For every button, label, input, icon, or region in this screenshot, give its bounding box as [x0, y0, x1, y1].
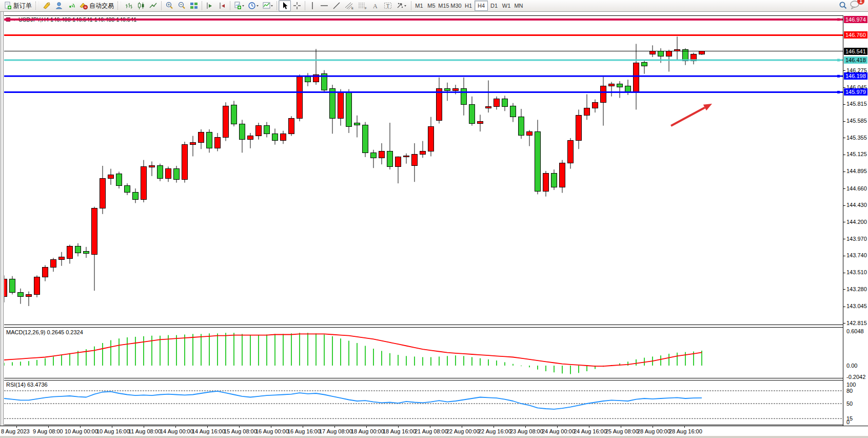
candle — [551, 169, 557, 190]
time-tick-label: 23 Aug 08:00 — [510, 428, 543, 434]
zoom-out-button[interactable] — [175, 0, 188, 11]
market-button[interactable] — [41, 0, 53, 11]
crosshair-icon — [293, 2, 301, 10]
label-tool-button[interactable]: T — [382, 0, 394, 11]
line-handle-icon[interactable] — [837, 18, 840, 21]
profiles-button[interactable] — [246, 0, 261, 11]
price-tick-label: 145.125 — [846, 151, 867, 157]
macd-histogram-bar — [521, 366, 522, 366]
macd-histogram-bar — [69, 353, 70, 366]
macd-histogram-bar — [381, 351, 382, 366]
rsi-axis-label: 50 — [846, 401, 853, 407]
time-tick-mark — [430, 426, 430, 428]
candle — [240, 120, 245, 153]
new-order-button[interactable]: 新订单 — [2, 0, 34, 11]
candle — [519, 109, 524, 139]
time-tick-mark — [239, 426, 240, 428]
time-tick-mark — [303, 426, 303, 428]
candle — [4, 275, 7, 302]
candle — [174, 166, 180, 183]
macd-histogram-bar — [184, 335, 185, 366]
arrows-tool-button[interactable] — [394, 0, 409, 11]
chat-button[interactable]: 1 — [850, 0, 861, 11]
tab-timeframe-m15[interactable]: M15 — [438, 1, 450, 10]
search-button[interactable] — [836, 0, 850, 11]
new-chart-button[interactable] — [232, 0, 246, 11]
bar-chart-button[interactable] — [123, 0, 135, 11]
annotation-arrow[interactable] — [671, 104, 712, 126]
tab-timeframe-m5[interactable]: M5 — [425, 1, 438, 10]
tab-timeframe-h4[interactable]: H4 — [475, 1, 488, 11]
text-tool-button[interactable]: A — [369, 0, 382, 11]
auto-trading-icon — [80, 2, 88, 10]
candle — [26, 292, 32, 306]
price-tick-label: 143.045 — [846, 303, 867, 309]
macd-histogram-bar — [447, 356, 448, 366]
time-axis[interactable]: 8 Aug 20239 Aug 08:0010 Aug 00:0010 Aug … — [0, 426, 868, 436]
macd-histogram-bar — [20, 361, 21, 366]
line-handle-icon[interactable] — [837, 59, 840, 62]
tab-timeframe-d1[interactable]: D1 — [488, 1, 500, 10]
fibonacci-tool-button[interactable]: F — [356, 0, 369, 11]
price-tick-label: 143.740 — [846, 252, 867, 258]
macd-histogram-bar — [135, 337, 136, 366]
candlestick-button[interactable] — [135, 0, 147, 11]
price-tick-label: 142.815 — [846, 320, 867, 326]
candle — [75, 243, 81, 257]
candle — [560, 160, 565, 193]
macd-histogram-bar — [529, 366, 530, 367]
time-tick-label: 10 Aug 16:00 — [96, 428, 130, 434]
candle — [231, 101, 237, 126]
zoom-in-button[interactable] — [163, 0, 175, 11]
horizontal-line-tool-button[interactable] — [318, 0, 330, 11]
macd-histogram-bar — [102, 343, 103, 366]
time-tick-mark — [271, 426, 271, 428]
candlestick-icon — [137, 2, 145, 10]
channel-tool-button[interactable]: E — [343, 0, 356, 11]
notification-badge: 1 — [857, 0, 864, 5]
tile-windows-button[interactable] — [188, 0, 200, 11]
candle — [675, 36, 680, 60]
candle — [461, 78, 467, 116]
time-tick-label: 28 Aug 00:00 — [637, 428, 670, 434]
macd-histogram-bar — [283, 334, 284, 366]
macd-histogram-bar — [439, 356, 440, 366]
community-button[interactable] — [53, 0, 65, 11]
indicators-button[interactable] — [261, 0, 275, 11]
horizontal-line-icon — [320, 2, 328, 10]
price-tick-mark — [843, 256, 845, 256]
main-price-chart[interactable] — [4, 15, 843, 325]
chart-shift-button[interactable] — [216, 0, 228, 11]
line-handle-icon[interactable] — [837, 91, 840, 93]
vertical-line-tool-button[interactable] — [307, 0, 318, 11]
candle — [125, 183, 130, 195]
price-axis[interactable]: 146.275146.045145.815145.585145.355145.1… — [843, 15, 868, 426]
tab-timeframe-mn[interactable]: MN — [512, 1, 525, 10]
candle — [387, 123, 393, 169]
person-icon — [55, 2, 63, 10]
line-handle-icon[interactable] — [5, 18, 8, 21]
trendline-tool-button[interactable] — [330, 0, 343, 11]
macd-histogram-bar — [176, 335, 177, 366]
tab-timeframe-m1[interactable]: M1 — [413, 1, 425, 10]
signal-button[interactable] — [65, 0, 77, 11]
toolbar-separator — [202, 1, 202, 10]
auto-trading-button[interactable]: 自动交易 — [77, 0, 116, 11]
line-chart-button[interactable] — [147, 0, 160, 11]
time-tick-label: 28 Aug 16:00 — [669, 428, 702, 434]
auto-scroll-button[interactable] — [204, 0, 216, 11]
candle — [133, 188, 139, 203]
tab-timeframe-w1[interactable]: W1 — [500, 1, 512, 10]
price-tick-mark — [843, 188, 845, 189]
tab-timeframe-h1[interactable]: H1 — [462, 1, 475, 10]
macd-indicator-panel[interactable] — [4, 327, 843, 378]
time-tick-label: 16 Aug 16:00 — [287, 428, 321, 434]
line-handle-icon[interactable] — [837, 75, 840, 78]
candle — [617, 81, 623, 98]
macd-histogram-bar — [685, 352, 686, 366]
tab-timeframe-m30[interactable]: M30 — [450, 1, 462, 10]
rsi-indicator-panel[interactable] — [4, 380, 843, 425]
cursor-tool-button[interactable] — [279, 0, 291, 11]
price-tick-mark — [843, 121, 845, 122]
crosshair-tool-button[interactable] — [291, 0, 303, 11]
